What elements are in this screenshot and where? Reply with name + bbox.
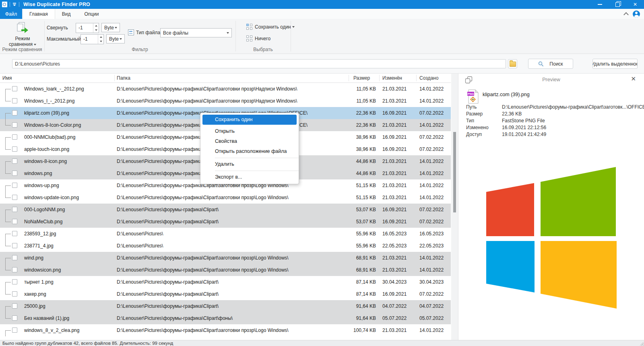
- tab-file[interactable]: Файл: [0, 9, 22, 19]
- row-checkbox[interactable]: [12, 98, 17, 103]
- row-checkbox[interactable]: [12, 303, 17, 309]
- quick-access-dropdown-icon[interactable]: [12, 3, 17, 6]
- table-row[interactable]: хакер.pngD:\Lenouser\Pictures\форумы-гра…: [0, 288, 451, 300]
- column-header-size[interactable]: Размер: [353, 75, 370, 81]
- column-separator: [379, 75, 380, 81]
- menu-item[interactable]: Удалить: [200, 159, 299, 169]
- ribbon: Режим сравнения Режим сравнения Свернуть…: [0, 19, 644, 54]
- group-bracket: [5, 258, 6, 264]
- cell-name: 000-LogoNNM.png: [24, 207, 114, 212]
- cell-cre: 16.05.2023: [419, 231, 444, 237]
- table-row[interactable]: NoNaMeClub.pngD:\Lenouser\Pictures\форум…: [0, 216, 451, 228]
- cell-mod: 16.09.2021: [382, 219, 407, 224]
- cell-cre: 14.01.2022: [419, 171, 444, 176]
- column-header-created[interactable]: Создано: [419, 75, 438, 81]
- cell-mod: 16.09.2021: [382, 291, 407, 297]
- table-row[interactable]: windowsicon.pngD:\Lenouser\Pictures\фору…: [0, 264, 451, 276]
- group-bracket: [5, 113, 6, 119]
- cell-cre: 30.04.2023: [419, 279, 444, 285]
- table-row[interactable]: 238593_12.jpgD:\Lenouser\Pictures\55,96 …: [0, 228, 451, 240]
- menu-item[interactable]: Свойства: [200, 136, 299, 146]
- table-row[interactable]: 238771_4.jpgD:\Lenouser\Pictures\55,96 K…: [0, 240, 451, 252]
- close-icon: ✕: [631, 75, 636, 82]
- column-header-name[interactable]: Имя: [2, 75, 12, 81]
- account-avatar[interactable]: [633, 10, 640, 18]
- compare-mode-button[interactable]: Режим сравнения: [4, 21, 41, 47]
- cell-folder: D:\Lenouser\Pictures\форумы-графика\Clip…: [117, 279, 345, 285]
- delete-selected-button[interactable]: Удалить выделенное: [592, 59, 638, 69]
- menu-item[interactable]: Открыть: [200, 126, 299, 136]
- row-checkbox[interactable]: [12, 255, 17, 260]
- stepper-up-icon[interactable]: [98, 35, 103, 39]
- keep-one-button[interactable]: Сохранить один: [246, 24, 295, 30]
- svg-text:PNG: PNG: [468, 92, 474, 96]
- vertical-scrollbar[interactable]: [451, 74, 458, 340]
- table-row[interactable]: Без названий (1).jpgD:\Lenouser\Pictures…: [0, 312, 451, 324]
- file-type-select[interactable]: Все файлы: [160, 28, 232, 37]
- group-bracket: [5, 113, 11, 113]
- tab-опции[interactable]: Опции: [77, 9, 105, 19]
- preview-close-button[interactable]: ✕: [631, 75, 636, 82]
- group-bracket: [5, 143, 6, 149]
- row-checkbox[interactable]: [12, 134, 17, 140]
- collapse-ribbon-icon[interactable]: [623, 12, 629, 17]
- cell-name: тырнет 1.png: [24, 279, 114, 285]
- row-checkbox[interactable]: [12, 146, 17, 152]
- row-checkbox[interactable]: [12, 327, 17, 333]
- row-checkbox[interactable]: [12, 171, 17, 176]
- path-input[interactable]: [12, 59, 506, 68]
- table-row[interactable]: Windows_l_-_2012.pngD:\Lenouser\Pictures…: [0, 95, 451, 107]
- row-checkbox[interactable]: [12, 231, 17, 236]
- cell-folder: D:\Lenouser\Pictures\форумы-графика\Clip…: [117, 291, 345, 297]
- row-checkbox[interactable]: [12, 279, 17, 284]
- min-size-stepper[interactable]: -1: [76, 23, 99, 33]
- stepper-down-icon[interactable]: [93, 28, 99, 33]
- group-bracket: [5, 192, 6, 198]
- restore-button[interactable]: [609, 0, 626, 9]
- status-bar: Было найдено групп дубликатов 42, всего …: [0, 340, 644, 346]
- table-row[interactable]: тырнет 1.pngD:\Lenouser\Pictures\форумы-…: [0, 276, 451, 288]
- menu-item[interactable]: Сохранить один: [202, 115, 297, 125]
- row-checkbox[interactable]: [12, 207, 17, 212]
- row-checkbox[interactable]: [12, 291, 17, 297]
- menu-item[interactable]: Экспорт в...: [200, 172, 299, 182]
- column-header-modified[interactable]: Изменён: [382, 75, 402, 81]
- cell-cre: 14.01.2022: [419, 98, 444, 104]
- row-checkbox[interactable]: [12, 159, 17, 164]
- table-row[interactable]: 000-LogoNNM.pngD:\Lenouser\Pictures\фору…: [0, 204, 451, 216]
- group-bracket: [5, 149, 11, 150]
- scrollbar-thumb[interactable]: [453, 132, 456, 212]
- select-none-button[interactable]: Ничего: [246, 35, 270, 41]
- titlebar-separator: [19, 2, 19, 7]
- table-row[interactable]: wind.pngD:\Lenouser\Pictures\форумы-граф…: [0, 252, 451, 264]
- menu-item[interactable]: Открыть расположение файла: [200, 146, 299, 157]
- minimize-button[interactable]: [591, 0, 609, 9]
- column-header-folder[interactable]: Папка: [117, 75, 130, 81]
- row-checkbox[interactable]: [12, 110, 17, 115]
- row-checkbox[interactable]: [12, 195, 17, 200]
- max-size-stepper[interactable]: -1: [80, 34, 104, 44]
- min-unit-select[interactable]: Byte: [101, 23, 120, 32]
- row-checkbox[interactable]: [12, 122, 17, 128]
- cell-folder: D:\Lenouser\Pictures\форумы-графика\Clip…: [117, 303, 345, 309]
- table-row[interactable]: windows-update-icon.pngD:\Lenouser\Pictu…: [0, 192, 451, 204]
- row-checkbox[interactable]: [12, 267, 17, 272]
- stepper-up-icon[interactable]: [93, 23, 99, 28]
- cell-cre: 14.01.2022: [419, 267, 444, 273]
- browse-folder-button[interactable]: [508, 59, 517, 68]
- row-checkbox[interactable]: [12, 86, 17, 91]
- table-row[interactable]: windows_8_v_2_clea.pngD:\Lenouser\Pictur…: [0, 324, 451, 336]
- tab-вид[interactable]: Вид: [55, 9, 78, 19]
- table-row[interactable]: Windows_loark_-_2012.pngD:\Lenouser\Pict…: [0, 83, 451, 95]
- row-checkbox[interactable]: [12, 219, 17, 224]
- row-checkbox[interactable]: [12, 315, 17, 321]
- table-row[interactable]: 25000.jpgD:\Lenouser\Pictures\форумы-гра…: [0, 300, 451, 312]
- tab-главная[interactable]: Главная: [22, 9, 55, 19]
- close-button[interactable]: ✕: [626, 0, 644, 9]
- row-checkbox[interactable]: [12, 243, 17, 248]
- resize-grip[interactable]: [639, 341, 644, 346]
- stepper-down-icon[interactable]: [98, 39, 103, 44]
- row-checkbox[interactable]: [12, 183, 17, 188]
- max-unit-select[interactable]: Byte: [106, 34, 125, 43]
- search-button[interactable]: Поиск: [528, 59, 573, 69]
